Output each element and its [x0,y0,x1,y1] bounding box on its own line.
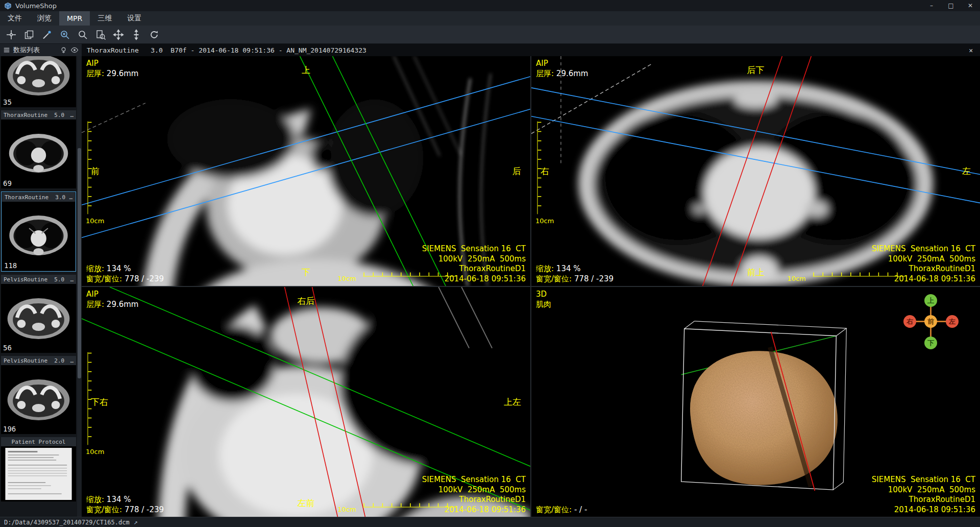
series-title: PelvisRoutine 2.0 [4,357,64,364]
list-icon [3,46,10,54]
orientation-gizmo[interactable]: 上 下 右 左 前 [902,293,960,350]
series-thumbnail[interactable]: 56 [1,284,76,353]
tabbar: ThoraxRoutine 3.0 B70f - 2014-06-18 09:5… [82,44,980,56]
series-item-pelvis-5[interactable]: PelvisRoutine 5.0… 56 [1,275,76,353]
series-thumbnail[interactable]: 69 [1,119,76,188]
orientation-top-label: 右后 [298,295,315,306]
series-header[interactable]: ThoraxRoutine 3.0… [2,193,75,202]
protocol-document-thumbnail [1,446,76,501]
region-zoom-icon [95,29,106,40]
orientation-left-label: 前 [91,165,100,177]
gizmo-right-side-button[interactable]: 右 [903,315,916,328]
maximize-button[interactable]: □ [941,0,961,11]
series-header[interactable]: Patient Protocol [1,437,76,446]
orientation-left-label: 下右 [91,396,108,408]
series-layout-tool-button[interactable] [21,27,37,42]
viewport-grid: 10cm 10cm AIP层厚: 29.6mm 上 前 后 下 缩放: 134 … [82,56,980,517]
overlay-device-info: SIEMENS Sensation 16 CT100kV 250mA 500ms… [422,244,526,284]
series-item-thorax-5[interactable]: ThoraxRoutine 5.0… 69 [1,110,76,188]
region-zoom-tool-button[interactable] [92,27,109,42]
tab-close-icon[interactable]: ✕ [967,46,975,54]
sidebar-scrollbar[interactable] [77,56,82,517]
series-menu-dots[interactable]: … [70,357,74,364]
pelvis-ct-thumbnail [1,365,76,434]
orientation-top-label: 后下 [747,64,765,76]
overlay-zoom-window: 缩放: 134 %窗宽/窗位: 778 / -239 [86,264,164,284]
mode-label: 3D [536,290,551,300]
gizmo-up-button[interactable]: 上 [924,294,937,307]
orientation-bottom-label: 前上 [747,267,765,278]
series-header[interactable]: ThoraxRoutine 5.0… [1,110,76,119]
pan-tool-button[interactable] [110,27,127,42]
titlebar: VolumeShop – □ ✕ [0,0,980,11]
gizmo-down-button[interactable]: 下 [924,337,937,349]
magnifier-tool-button[interactable] [75,27,91,42]
series-item-pelvis-2[interactable]: PelvisRoutine 2.0… 196 [1,356,76,434]
series-thumbnail[interactable]: 35 [1,56,76,107]
series-title: PelvisRoutine 5.0 [4,276,64,283]
tab-series-title[interactable]: ThoraxRoutine 3.0 B70f - 2014-06-18 09:5… [87,46,366,54]
sidebar-scrollbar-thumb[interactable] [78,148,81,378]
statusbar: D:/Data/4309537_20140729/CT165.dcm ↗ [0,517,980,527]
series-thumbnail[interactable]: 118 [2,202,75,271]
locate-icon[interactable] [60,46,67,54]
overlay-zoom-window: 窗宽/窗位: - / - [536,505,587,515]
viewport-axial[interactable]: 10cm 10cm AIP层厚: 29.6mm 后下 右 左 前上 缩放: 13… [531,56,980,286]
series-thumbnail[interactable]: 196 [1,365,76,434]
pelvis-ct-thumbnail [1,56,76,107]
series-title: Patient Protocol [12,439,66,445]
menu-settings[interactable]: 设置 [119,11,149,26]
series-header[interactable]: PelvisRoutine 2.0… [1,356,76,365]
gizmo-left-side-button[interactable]: 左 [946,315,959,328]
viewport-sagittal[interactable]: 10cm 10cm AIP层厚: 29.6mm 上 前 后 下 缩放: 134 … [82,56,530,286]
close-button[interactable]: ✕ [961,0,980,11]
menu-browse[interactable]: 浏览 [30,11,59,26]
window-level-tool-button[interactable] [128,27,144,42]
series-menu-dots[interactable]: … [70,276,74,283]
series-menu-dots[interactable]: … [69,194,72,201]
volumeshop-window: VolumeShop – □ ✕ 文件 浏览 MPR 三维 设置 数据列表 [0,0,980,527]
window-title: VolumeShop [15,2,57,10]
orientation-left-label: 右 [541,165,549,177]
reveal-file-icon[interactable]: ↗ [134,518,138,526]
ruler-left-label: 10cm [86,217,104,225]
reset-tool-button[interactable] [146,27,162,42]
window-level-icon [131,29,142,40]
viewport-3d[interactable]: 3D肌肉 上 下 右 左 前 窗宽/窗位: - / - SIEMENS Sens… [531,287,980,517]
mode-label: AIP [86,290,138,300]
series-item-thorax-3-selected[interactable]: ThoraxRoutine 3.0… 118 [1,191,76,272]
ruler-bottom-label: 10cm [337,506,356,513]
crosshair-tool-button[interactable] [3,27,19,42]
toolbar [0,26,980,44]
probe-tool-button[interactable] [39,27,55,42]
ruler-left-label: 10cm [535,217,554,225]
series-item-pelvis-partial[interactable]: 35 [1,56,76,107]
chest-ct-thumbnail [2,202,75,271]
series-menu-dots[interactable]: … [70,112,74,118]
minimize-button[interactable]: – [922,0,941,11]
menu-mpr[interactable]: MPR [59,11,90,26]
overlay-zoom-window: 缩放: 134 %窗宽/窗位: 778 / -239 [536,264,614,284]
menubar: 文件 浏览 MPR 三维 设置 [0,11,980,26]
probe-icon [41,29,53,40]
menu-file[interactable]: 文件 [0,11,30,26]
gizmo-front-button[interactable]: 前 [924,315,937,328]
image-count: 118 [4,261,17,270]
image-count: 196 [3,425,16,433]
image-count: 56 [3,344,12,352]
image-count: 35 [3,98,12,106]
overlay-zoom-window: 缩放: 134 %窗宽/窗位: 778 / -239 [86,495,164,515]
eye-icon[interactable] [70,46,79,54]
overlay-device-info: SIEMENS Sensation 16 CT100kV 250mA 500ms… [872,244,975,284]
orientation-right-label: 上左 [504,396,521,408]
ruler-bottom-label: 10cm [787,275,805,282]
viewport-coronal[interactable]: 10cm 10cm AIP层厚: 29.6mm 右后 下右 上左 左前 缩放: … [82,287,530,517]
overlay-device-info: SIEMENS Sensation 16 CT100kV 250mA 500ms… [872,475,975,515]
sidebar-title: 数据列表 [13,45,40,55]
menu-3d[interactable]: 三维 [90,11,119,26]
series-item-patient-protocol[interactable]: Patient Protocol [1,437,76,501]
zoom-in-tool-button[interactable] [57,27,73,42]
protocol-thumbnail[interactable] [1,446,76,501]
crosshair-icon [6,29,17,40]
series-header[interactable]: PelvisRoutine 5.0… [1,275,76,284]
